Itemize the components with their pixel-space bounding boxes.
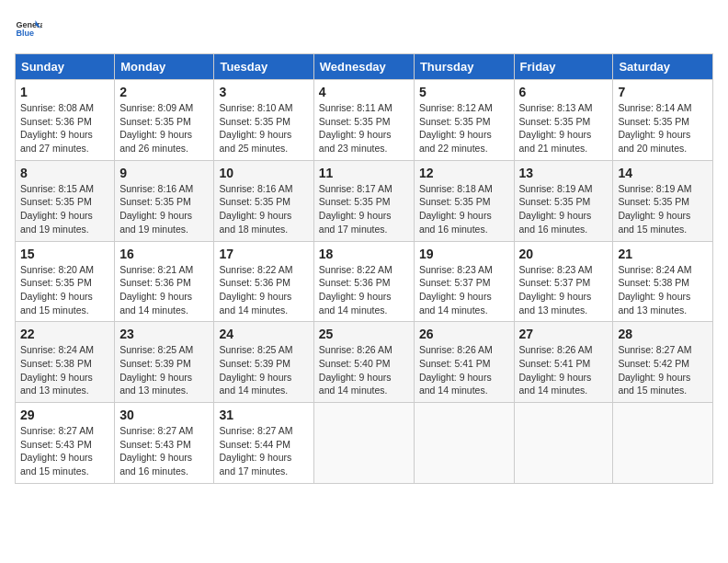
- weekday-header-wednesday: Wednesday: [313, 54, 414, 80]
- week-row-2: 8 Sunrise: 8:15 AM Sunset: 5:35 PM Dayli…: [16, 160, 713, 241]
- day-info: Sunrise: 8:12 AM Sunset: 5:35 PM Dayligh…: [419, 102, 493, 154]
- calendar-cell: 12 Sunrise: 8:18 AM Sunset: 5:35 PM Dayl…: [414, 160, 514, 241]
- calendar-cell: 15 Sunrise: 8:20 AM Sunset: 5:35 PM Dayl…: [16, 241, 115, 322]
- calendar-cell: 9 Sunrise: 8:16 AM Sunset: 5:35 PM Dayli…: [115, 160, 214, 241]
- day-info: Sunrise: 8:23 AM Sunset: 5:37 PM Dayligh…: [419, 264, 493, 316]
- calendar-cell: [613, 403, 713, 484]
- calendar-cell: 8 Sunrise: 8:15 AM Sunset: 5:35 PM Dayli…: [16, 160, 115, 241]
- day-number: 4: [319, 85, 409, 99]
- calendar-cell: 3 Sunrise: 8:10 AM Sunset: 5:35 PM Dayli…: [214, 80, 313, 161]
- day-info: Sunrise: 8:26 AM Sunset: 5:41 PM Dayligh…: [519, 344, 593, 396]
- day-number: 2: [119, 85, 209, 99]
- day-number: 31: [219, 408, 308, 422]
- day-info: Sunrise: 8:14 AM Sunset: 5:35 PM Dayligh…: [618, 102, 691, 154]
- day-info: Sunrise: 8:27 AM Sunset: 5:43 PM Dayligh…: [119, 425, 193, 477]
- day-number: 3: [219, 85, 308, 99]
- day-info: Sunrise: 8:20 AM Sunset: 5:35 PM Dayligh…: [20, 264, 94, 316]
- page-header: General Blue: [15, 15, 713, 42]
- logo: General Blue: [15, 15, 46, 42]
- day-number: 19: [419, 247, 509, 261]
- day-number: 9: [119, 166, 209, 180]
- calendar-cell: 23 Sunrise: 8:25 AM Sunset: 5:39 PM Dayl…: [115, 322, 214, 403]
- calendar-cell: [514, 403, 613, 484]
- day-info: Sunrise: 8:25 AM Sunset: 5:39 PM Dayligh…: [219, 344, 292, 396]
- day-info: Sunrise: 8:19 AM Sunset: 5:35 PM Dayligh…: [519, 183, 593, 235]
- day-number: 20: [519, 247, 609, 261]
- day-number: 25: [319, 327, 409, 341]
- day-info: Sunrise: 8:27 AM Sunset: 5:42 PM Dayligh…: [618, 344, 691, 396]
- day-number: 22: [20, 327, 109, 341]
- day-number: 16: [119, 247, 209, 261]
- day-info: Sunrise: 8:16 AM Sunset: 5:35 PM Dayligh…: [119, 183, 193, 235]
- day-number: 17: [219, 247, 308, 261]
- day-number: 29: [20, 408, 109, 422]
- day-info: Sunrise: 8:27 AM Sunset: 5:43 PM Dayligh…: [20, 425, 94, 477]
- calendar-cell: 20 Sunrise: 8:23 AM Sunset: 5:37 PM Dayl…: [514, 241, 613, 322]
- calendar-cell: 31 Sunrise: 8:27 AM Sunset: 5:44 PM Dayl…: [214, 403, 313, 484]
- day-info: Sunrise: 8:25 AM Sunset: 5:39 PM Dayligh…: [119, 344, 193, 396]
- calendar-cell: 4 Sunrise: 8:11 AM Sunset: 5:35 PM Dayli…: [313, 80, 414, 161]
- day-info: Sunrise: 8:24 AM Sunset: 5:38 PM Dayligh…: [618, 264, 691, 316]
- day-info: Sunrise: 8:13 AM Sunset: 5:35 PM Dayligh…: [519, 102, 593, 154]
- day-number: 1: [20, 85, 109, 99]
- day-number: 18: [319, 247, 409, 261]
- day-number: 26: [419, 327, 509, 341]
- day-number: 10: [219, 166, 308, 180]
- calendar-cell: 2 Sunrise: 8:09 AM Sunset: 5:35 PM Dayli…: [115, 80, 214, 161]
- day-number: 6: [519, 85, 609, 99]
- day-info: Sunrise: 8:09 AM Sunset: 5:35 PM Dayligh…: [119, 102, 193, 154]
- calendar-cell: 22 Sunrise: 8:24 AM Sunset: 5:38 PM Dayl…: [16, 322, 115, 403]
- day-number: 24: [219, 327, 308, 341]
- week-row-4: 22 Sunrise: 8:24 AM Sunset: 5:38 PM Dayl…: [16, 322, 713, 403]
- calendar-cell: 11 Sunrise: 8:17 AM Sunset: 5:35 PM Dayl…: [313, 160, 414, 241]
- weekday-header-friday: Friday: [514, 54, 613, 80]
- weekday-header-row: SundayMondayTuesdayWednesdayThursdayFrid…: [16, 54, 713, 80]
- svg-text:Blue: Blue: [17, 29, 35, 38]
- calendar-cell: 21 Sunrise: 8:24 AM Sunset: 5:38 PM Dayl…: [613, 241, 713, 322]
- day-info: Sunrise: 8:08 AM Sunset: 5:36 PM Dayligh…: [20, 102, 94, 154]
- weekday-header-monday: Monday: [115, 54, 214, 80]
- weekday-header-thursday: Thursday: [414, 54, 514, 80]
- calendar-cell: 19 Sunrise: 8:23 AM Sunset: 5:37 PM Dayl…: [414, 241, 514, 322]
- calendar-cell: 18 Sunrise: 8:22 AM Sunset: 5:36 PM Dayl…: [313, 241, 414, 322]
- day-info: Sunrise: 8:21 AM Sunset: 5:36 PM Dayligh…: [119, 264, 193, 316]
- calendar-cell: [414, 403, 514, 484]
- weekday-header-sunday: Sunday: [16, 54, 115, 80]
- day-info: Sunrise: 8:26 AM Sunset: 5:40 PM Dayligh…: [319, 344, 392, 396]
- calendar-cell: 10 Sunrise: 8:16 AM Sunset: 5:35 PM Dayl…: [214, 160, 313, 241]
- day-info: Sunrise: 8:18 AM Sunset: 5:35 PM Dayligh…: [419, 183, 493, 235]
- weekday-header-tuesday: Tuesday: [214, 54, 313, 80]
- day-number: 15: [20, 247, 109, 261]
- day-info: Sunrise: 8:17 AM Sunset: 5:35 PM Dayligh…: [319, 183, 392, 235]
- day-info: Sunrise: 8:26 AM Sunset: 5:41 PM Dayligh…: [419, 344, 493, 396]
- calendar-cell: 27 Sunrise: 8:26 AM Sunset: 5:41 PM Dayl…: [514, 322, 613, 403]
- calendar-cell: 30 Sunrise: 8:27 AM Sunset: 5:43 PM Dayl…: [115, 403, 214, 484]
- day-info: Sunrise: 8:11 AM Sunset: 5:35 PM Dayligh…: [319, 102, 392, 154]
- day-number: 8: [20, 166, 109, 180]
- day-number: 23: [119, 327, 209, 341]
- calendar-cell: 13 Sunrise: 8:19 AM Sunset: 5:35 PM Dayl…: [514, 160, 613, 241]
- day-info: Sunrise: 8:27 AM Sunset: 5:44 PM Dayligh…: [219, 425, 292, 477]
- calendar-cell: 5 Sunrise: 8:12 AM Sunset: 5:35 PM Dayli…: [414, 80, 514, 161]
- day-info: Sunrise: 8:22 AM Sunset: 5:36 PM Dayligh…: [319, 264, 392, 316]
- day-number: 14: [618, 166, 708, 180]
- calendar-cell: 26 Sunrise: 8:26 AM Sunset: 5:41 PM Dayl…: [414, 322, 514, 403]
- day-number: 13: [519, 166, 609, 180]
- day-number: 11: [319, 166, 409, 180]
- weekday-header-saturday: Saturday: [613, 54, 713, 80]
- calendar-cell: 1 Sunrise: 8:08 AM Sunset: 5:36 PM Dayli…: [16, 80, 115, 161]
- calendar-cell: 14 Sunrise: 8:19 AM Sunset: 5:35 PM Dayl…: [613, 160, 713, 241]
- calendar-cell: 25 Sunrise: 8:26 AM Sunset: 5:40 PM Dayl…: [313, 322, 414, 403]
- day-info: Sunrise: 8:24 AM Sunset: 5:38 PM Dayligh…: [20, 344, 94, 396]
- logo-icon: General Blue: [15, 15, 42, 42]
- day-info: Sunrise: 8:10 AM Sunset: 5:35 PM Dayligh…: [219, 102, 292, 154]
- day-number: 28: [618, 327, 708, 341]
- week-row-3: 15 Sunrise: 8:20 AM Sunset: 5:35 PM Dayl…: [16, 241, 713, 322]
- calendar-cell: 16 Sunrise: 8:21 AM Sunset: 5:36 PM Dayl…: [115, 241, 214, 322]
- day-number: 7: [618, 85, 708, 99]
- calendar-cell: 17 Sunrise: 8:22 AM Sunset: 5:36 PM Dayl…: [214, 241, 313, 322]
- week-row-5: 29 Sunrise: 8:27 AM Sunset: 5:43 PM Dayl…: [16, 403, 713, 484]
- week-row-1: 1 Sunrise: 8:08 AM Sunset: 5:36 PM Dayli…: [16, 80, 713, 161]
- day-number: 27: [519, 327, 609, 341]
- calendar-cell: [313, 403, 414, 484]
